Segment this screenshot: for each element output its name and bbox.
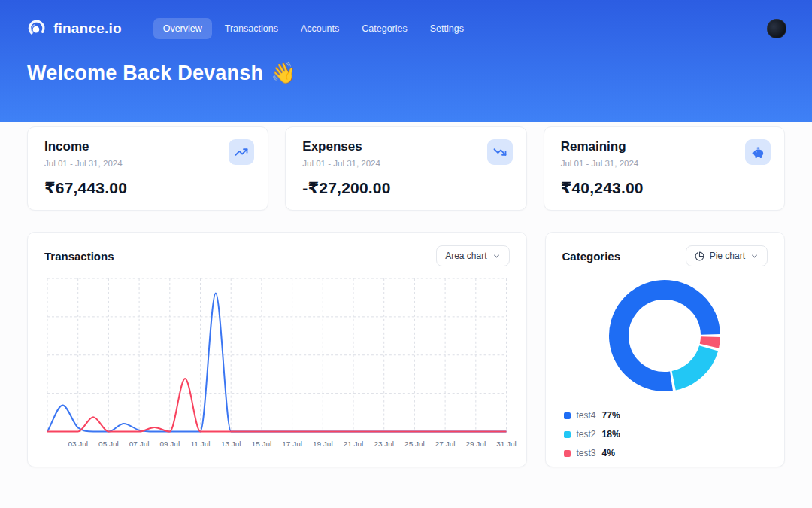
categories-legend: test4 77% test2 18% test3 4% (562, 402, 768, 463)
legend-swatch (564, 450, 571, 457)
income-card: Income Jul 01 - Jul 31, 2024 ₹67,443.00 (27, 126, 268, 211)
expenses-card: Expenses Jul 01 - Jul 31, 2024 -₹27,200.… (285, 126, 526, 211)
svg-text:31 Jul: 31 Jul (496, 440, 517, 448)
legend-value: 4% (602, 448, 615, 458)
legend-item: test3 4% (564, 448, 768, 458)
legend-value: 77% (602, 410, 620, 421)
legend-label: test3 (577, 448, 596, 458)
transactions-chart-type-select[interactable]: Area chart (436, 245, 509, 266)
trending-down-icon (493, 145, 507, 159)
svg-text:03 Jul: 03 Jul (68, 440, 88, 448)
transactions-panel: Transactions Area chart 03 Jul05 Jul07 J… (27, 232, 527, 467)
chevron-down-icon (750, 252, 759, 260)
svg-text:25 Jul: 25 Jul (404, 440, 425, 448)
welcome-text: Welcome Back Devansh (27, 62, 263, 85)
brand-name: finance.io (53, 20, 122, 37)
brand-logo-icon (27, 19, 47, 38)
remaining-icon-tile (745, 139, 771, 165)
top-navigation-bar: finance.io Overview Transactions Account… (0, 0, 812, 39)
svg-text:11 Jul: 11 Jul (191, 440, 211, 448)
expenses-card-period: Jul 01 - Jul 31, 2024 (302, 159, 509, 168)
welcome-heading: Welcome Back Devansh 👋 (0, 61, 812, 85)
categories-chart-type-select[interactable]: Pie chart (686, 245, 768, 266)
svg-text:27 Jul: 27 Jul (435, 440, 456, 448)
svg-text:23 Jul: 23 Jul (374, 440, 394, 448)
svg-text:13 Jul: 13 Jul (221, 440, 241, 448)
pie-chart-icon (695, 251, 704, 261)
expenses-card-title: Expenses (302, 139, 509, 154)
svg-text:07 Jul: 07 Jul (129, 440, 150, 448)
wave-emoji: 👋 (271, 61, 296, 85)
categories-panel: Categories Pie chart (545, 232, 785, 467)
svg-text:17 Jul: 17 Jul (282, 440, 302, 448)
chevron-down-icon (492, 252, 501, 260)
main-nav: Overview Transactions Accounts Categorie… (153, 18, 474, 39)
hero-banner: finance.io Overview Transactions Account… (0, 0, 812, 122)
nav-tab-settings[interactable]: Settings (420, 18, 474, 39)
brand: finance.io (27, 19, 122, 38)
income-card-value: ₹67,443.00 (44, 179, 251, 197)
categories-donut-area (562, 269, 768, 402)
svg-text:05 Jul: 05 Jul (98, 440, 119, 448)
svg-text:29 Jul: 29 Jul (466, 440, 486, 448)
transactions-panel-header: Transactions Area chart (44, 245, 510, 266)
piggy-bank-icon (751, 145, 765, 160)
stat-cards-row: Income Jul 01 - Jul 31, 2024 ₹67,443.00 … (27, 126, 785, 211)
transactions-panel-title: Transactions (44, 250, 114, 263)
charts-row: Transactions Area chart 03 Jul05 Jul07 J… (27, 232, 785, 467)
user-avatar[interactable] (767, 19, 786, 38)
finance-dashboard: finance.io Overview Transactions Account… (0, 0, 812, 508)
remaining-card-value: ₹40,243.00 (561, 179, 768, 197)
legend-item: test4 77% (564, 410, 768, 421)
legend-value: 18% (602, 429, 620, 440)
nav-tab-overview[interactable]: Overview (153, 18, 212, 39)
categories-panel-title: Categories (562, 250, 621, 263)
nav-tab-categories[interactable]: Categories (352, 18, 417, 39)
transactions-chart-type-value: Area chart (445, 251, 486, 261)
income-icon-tile (229, 139, 254, 165)
dashboard-content: Income Jul 01 - Jul 31, 2024 ₹67,443.00 … (0, 126, 812, 467)
legend-item: test2 18% (564, 429, 768, 440)
trending-up-icon (235, 145, 248, 159)
nav-tab-accounts[interactable]: Accounts (291, 18, 349, 39)
remaining-card: Remaining Jul 01 - Jul 31, 2024 ₹40,243.… (544, 126, 785, 211)
categories-chart-type-value: Pie chart (710, 251, 745, 261)
nav-tab-transactions[interactable]: Transactions (215, 18, 288, 39)
transactions-line-chart: 03 Jul05 Jul07 Jul09 Jul11 Jul13 Jul15 J… (44, 277, 510, 451)
transactions-chart-area: 03 Jul05 Jul07 Jul09 Jul11 Jul13 Jul15 J… (44, 277, 510, 451)
remaining-card-title: Remaining (561, 139, 768, 154)
legend-swatch (564, 412, 571, 419)
income-card-period: Jul 01 - Jul 31, 2024 (44, 159, 251, 168)
legend-label: test4 (577, 410, 596, 421)
legend-swatch (564, 431, 571, 438)
remaining-card-period: Jul 01 - Jul 31, 2024 (561, 159, 768, 168)
svg-text:19 Jul: 19 Jul (313, 440, 333, 448)
svg-text:09 Jul: 09 Jul (159, 440, 180, 448)
categories-panel-header: Categories Pie chart (562, 245, 768, 266)
legend-label: test2 (577, 429, 596, 440)
svg-text:21 Jul: 21 Jul (344, 440, 364, 448)
categories-donut-chart (598, 269, 731, 402)
expenses-card-value: -₹27,200.00 (302, 179, 509, 197)
income-card-title: Income (44, 139, 251, 154)
svg-text:15 Jul: 15 Jul (252, 440, 272, 448)
expenses-icon-tile (487, 139, 513, 165)
